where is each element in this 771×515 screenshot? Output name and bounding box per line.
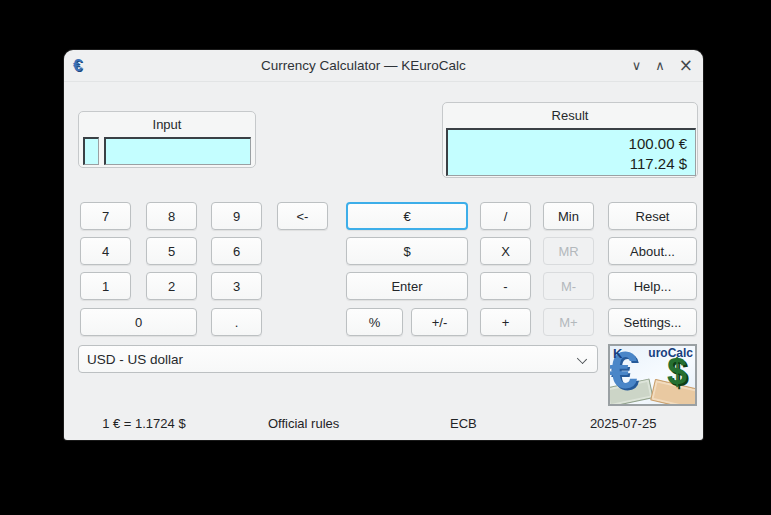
euro-app-icon: €: [73, 56, 95, 76]
key-7[interactable]: 7: [80, 202, 131, 230]
key-1[interactable]: 1: [80, 272, 131, 300]
titlebar: € Currency Calculator — KEuroCalc ∨ ∧ ×: [64, 50, 703, 82]
result-display: 100.00 € 117.24 $: [446, 128, 696, 176]
key-plus[interactable]: +: [480, 308, 531, 336]
currency-dropdown[interactable]: USD - US dollar: [78, 345, 598, 373]
keurocalc-logo: K uroCalc € $: [608, 344, 697, 406]
status-date: 2025-07-25: [543, 416, 703, 431]
key-percent[interactable]: %: [346, 308, 403, 336]
input-group: Input: [78, 111, 256, 168]
currency-dropdown-value: USD - US dollar: [87, 352, 183, 367]
key-0[interactable]: 0: [80, 308, 197, 336]
result-euro-value: 100.00 €: [448, 134, 687, 154]
help-button[interactable]: Help...: [608, 272, 697, 300]
key-minus[interactable]: -: [480, 272, 531, 300]
result-group: Result 100.00 € 117.24 $: [442, 102, 698, 178]
status-rules: Official rules: [224, 416, 384, 431]
input-group-label: Input: [79, 112, 255, 132]
chevron-down-icon: [577, 354, 587, 364]
key-5[interactable]: 5: [146, 237, 197, 265]
key-4[interactable]: 4: [80, 237, 131, 265]
logo-k-text: K: [613, 346, 622, 361]
input-prefix-field[interactable]: [83, 137, 99, 165]
status-bar: 1 € = 1.1724 $ Official rules ECB 2025-0…: [64, 412, 703, 434]
window-controls: ∨ ∧ ×: [632, 57, 693, 74]
about-button[interactable]: About...: [608, 237, 697, 265]
key-min[interactable]: Min: [543, 202, 594, 230]
key-memory-recall: MR: [543, 237, 594, 265]
key-9[interactable]: 9: [211, 202, 262, 230]
key-memory-plus: M+: [543, 308, 594, 336]
key-memory-minus: M-: [543, 272, 594, 300]
settings-button[interactable]: Settings...: [608, 308, 697, 336]
status-source: ECB: [384, 416, 544, 431]
window-title: Currency Calculator — KEuroCalc: [95, 58, 632, 73]
keurocalc-window: € Currency Calculator — KEuroCalc ∨ ∧ × …: [64, 50, 703, 440]
result-dollar-value: 117.24 $: [448, 154, 687, 174]
key-3[interactable]: 3: [211, 272, 262, 300]
minimize-icon[interactable]: ∨: [632, 59, 642, 72]
key-dot[interactable]: .: [211, 308, 262, 336]
maximize-icon[interactable]: ∧: [655, 59, 665, 72]
key-dollar[interactable]: $: [346, 237, 468, 265]
close-icon[interactable]: ×: [679, 57, 693, 74]
key-plusminus[interactable]: +/-: [411, 308, 468, 336]
logo-urocalc-text: uroCalc: [648, 346, 693, 360]
key-2[interactable]: 2: [146, 272, 197, 300]
key-backspace[interactable]: <-: [277, 202, 328, 230]
key-enter[interactable]: Enter: [346, 272, 468, 300]
reset-button[interactable]: Reset: [608, 202, 697, 230]
status-exchange-rate: 1 € = 1.1724 $: [64, 416, 224, 431]
key-6[interactable]: 6: [211, 237, 262, 265]
key-8[interactable]: 8: [146, 202, 197, 230]
key-multiply[interactable]: X: [480, 237, 531, 265]
result-group-label: Result: [443, 103, 697, 123]
key-euro[interactable]: €: [346, 202, 468, 230]
input-field[interactable]: [104, 137, 251, 165]
key-divide[interactable]: /: [480, 202, 531, 230]
